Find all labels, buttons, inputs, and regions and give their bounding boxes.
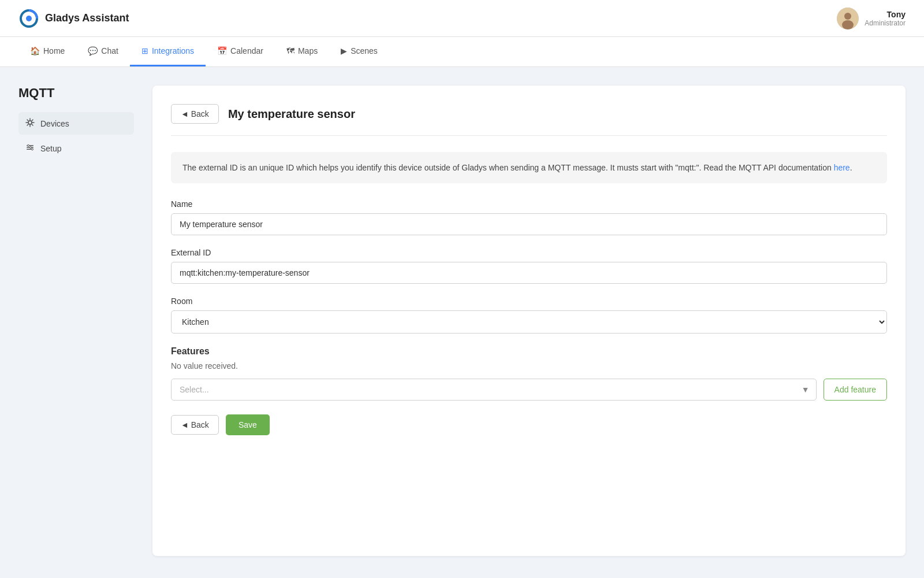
nav-integrations[interactable]: ⊞ Integrations [130,37,206,66]
user-info: Tony Administrator [865,10,906,27]
info-text-2: . [850,163,852,172]
page-header: ◄ Back My temperature sensor [171,104,887,136]
nav-chat-label: Chat [101,46,118,55]
feature-select-wrapper: Select... ▼ [171,379,817,401]
nav-integrations-label: Integrations [152,46,194,55]
svg-point-11 [32,149,33,150]
user-section: Tony Administrator [837,8,906,29]
room-field-group: Room Kitchen Living Room Bedroom Bathroo… [171,297,887,334]
sidebar-item-setup[interactable]: Setup [18,137,134,160]
user-role: Administrator [865,19,906,27]
sidebar-setup-label: Setup [40,144,62,153]
app-name: Gladys Assistant [45,12,129,24]
svg-point-10 [30,147,32,149]
nav-scenes[interactable]: ▶ Scenes [329,37,389,66]
nav-calendar-label: Calendar [230,46,263,55]
page-container: MQTT Devices [0,67,924,575]
external-id-input[interactable] [171,262,887,284]
svg-point-5 [28,121,32,124]
no-value-text: No value received. [171,361,887,370]
scenes-icon: ▶ [341,46,347,55]
gladys-logo-icon [18,8,39,29]
setup-icon [25,143,35,154]
info-text-1: The external ID is an unique ID which he… [182,163,834,172]
header: Gladys Assistant Tony Administrator [0,0,924,37]
devices-icon [25,118,35,129]
home-icon: 🏠 [30,46,40,55]
user-name: Tony [865,10,906,19]
features-title: Features [171,346,887,357]
main-nav: 🏠 Home 💬 Chat ⊞ Integrations 📅 Calendar … [0,37,924,67]
sidebar-title: MQTT [18,86,134,101]
external-id-label: External ID [171,248,887,257]
svg-point-9 [28,144,29,146]
page-title: My temperature sensor [228,108,355,121]
nav-home-label: Home [43,46,65,55]
name-input[interactable] [171,213,887,235]
nav-scenes-label: Scenes [351,46,378,55]
nav-home[interactable]: 🏠 Home [18,37,76,66]
svg-point-1 [26,16,32,21]
info-box: The external ID is an unique ID which he… [171,152,887,183]
nav-chat[interactable]: 💬 Chat [76,37,130,66]
name-label: Name [171,199,887,209]
nav-maps-label: Maps [298,46,318,55]
room-label: Room [171,297,887,306]
chat-icon: 💬 [88,46,98,55]
nav-calendar[interactable]: 📅 Calendar [206,37,275,66]
back-button[interactable]: ◄ Back [171,415,219,435]
features-section: Features No value received. Select... ▼ … [171,346,887,401]
integrations-icon: ⊞ [141,46,148,55]
sidebar-devices-label: Devices [40,119,69,128]
svg-point-4 [842,20,854,29]
save-button[interactable]: Save [226,414,270,435]
maps-icon: 🗺 [286,46,295,55]
feature-row: Select... ▼ Add feature [171,379,887,401]
avatar [837,8,859,29]
svg-point-3 [844,13,851,20]
external-id-field-group: External ID [171,248,887,284]
calendar-icon: 📅 [217,46,227,55]
room-select[interactable]: Kitchen Living Room Bedroom Bathroom [171,310,887,334]
main-content: ◄ Back My temperature sensor The externa… [152,86,906,556]
sidebar-item-devices[interactable]: Devices [18,112,134,135]
add-feature-button[interactable]: Add feature [824,379,887,401]
info-link[interactable]: here [834,163,850,172]
sidebar: MQTT Devices [18,86,134,556]
logo[interactable]: Gladys Assistant [18,8,129,29]
nav-maps[interactable]: 🗺 Maps [275,37,329,66]
action-row: ◄ Back Save [171,414,887,435]
name-field-group: Name [171,199,887,235]
feature-select[interactable]: Select... [171,379,817,401]
header-back-button[interactable]: ◄ Back [171,104,219,124]
